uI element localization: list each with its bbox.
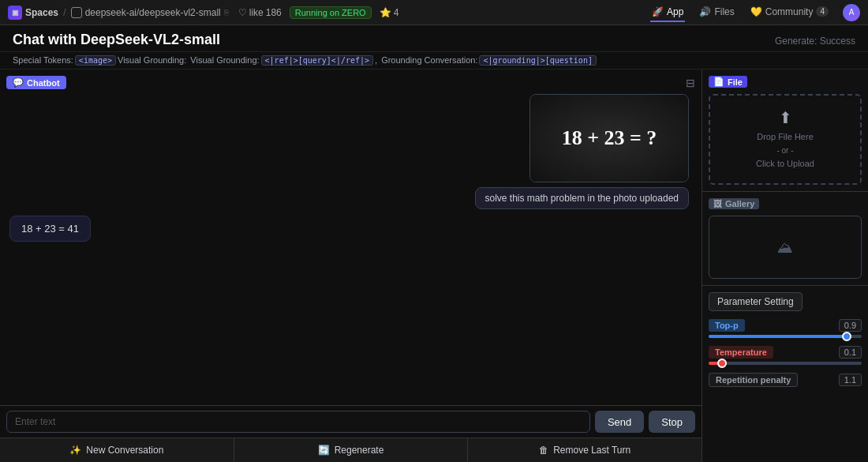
- like-count: 186: [266, 7, 282, 18]
- top-p-slider-fill: [709, 335, 847, 338]
- top-p-label: Top-p: [709, 319, 745, 332]
- file-drop-area[interactable]: ⬆ Drop File Here - or - Click to Upload: [709, 94, 862, 185]
- vg-token: <|ref|>[query]<|/ref|>: [261, 55, 373, 66]
- gallery-label: Gallery: [725, 199, 754, 208]
- chat-messages: 18 + 23 = ? solve this math problem in t…: [6, 94, 695, 399]
- assistant-text: 18 + 23 = 41: [21, 223, 79, 235]
- bottom-buttons: ✨ New Conversation 🔄 Regenerate 🗑 Remove…: [0, 438, 702, 462]
- stop-button[interactable]: Stop: [649, 411, 695, 433]
- chatbot-icon: 💬: [13, 77, 24, 88]
- like-button[interactable]: ♡ like 186: [238, 7, 282, 18]
- repo-icon: [71, 7, 82, 18]
- spaces-logo[interactable]: ▣ Spaces: [8, 6, 58, 20]
- nav-separator: /: [63, 6, 66, 18]
- chatbot-header: 💬 Chatbot ⊟: [6, 76, 695, 89]
- running-badge: Running on ZERO: [290, 6, 372, 19]
- remove-icon: 🗑: [539, 445, 548, 456]
- repetition-penalty-label: Repetition penalty: [709, 373, 798, 387]
- stars-count: ⭐ 4: [380, 7, 399, 18]
- file-label: File: [728, 77, 743, 87]
- page-header: Chat with DeepSeek-VL2-small Generate: S…: [0, 25, 868, 52]
- repetition-label-row: Repetition penalty 1.1: [709, 373, 862, 387]
- temperature-label: Temperature: [709, 346, 773, 359]
- user-text-bubble: solve this math problem in the photo upl…: [475, 187, 690, 209]
- like-label: like: [249, 7, 264, 18]
- share-icon[interactable]: ⊟: [686, 77, 695, 89]
- chatbot-label-text: Chatbot: [27, 78, 60, 88]
- top-p-slider-track[interactable]: [709, 335, 862, 338]
- page-content: Chat with DeepSeek-VL2-small Generate: S…: [0, 25, 868, 462]
- temperature-value: 0.1: [839, 346, 862, 359]
- top-p-label-row: Top-p 0.9: [709, 319, 862, 332]
- tab-app[interactable]: 🚀 App: [650, 3, 685, 22]
- file-badge: 📄 File: [709, 76, 747, 88]
- heart-icon: ♡: [238, 7, 247, 18]
- right-panel: 📄 File ⬆ Drop File Here - or - Click to …: [702, 69, 868, 462]
- math-image: 18 + 23 = ?: [530, 95, 688, 182]
- new-conv-label: New Conversation: [86, 445, 163, 456]
- user-avatar[interactable]: A: [843, 4, 860, 21]
- files-label: Files: [714, 6, 734, 17]
- drop-file-text: Drop File Here - or - Click to Upload: [716, 130, 854, 171]
- file-icon: 📄: [713, 77, 724, 87]
- gallery-content: ⛰: [709, 216, 862, 279]
- user-text: solve this math problem in the photo upl…: [485, 193, 679, 204]
- chat-input[interactable]: [6, 411, 590, 433]
- spaces-icon: ▣: [8, 6, 22, 20]
- app-label: App: [667, 6, 683, 17]
- repo-link[interactable]: deepseek-ai/deepseek-vl2-small ⎘: [71, 7, 229, 18]
- vg-label-text: Visual Grounding:: [188, 55, 259, 66]
- topnav: ▣ Spaces / deepseek-ai/deepseek-vl2-smal…: [0, 0, 868, 25]
- param-section: Parameter Setting Top-p 0.9 Temperat: [702, 286, 868, 462]
- remove-last-turn-button[interactable]: 🗑 Remove Last Turn: [468, 438, 702, 462]
- send-button[interactable]: Send: [595, 411, 644, 433]
- main-area: 💬 Chatbot ⊟ 18 + 23 = ? so: [0, 69, 868, 462]
- assistant-message: 18 + 23 = 41: [6, 216, 695, 242]
- gc-label-text: Grounding Conversation:: [379, 55, 477, 66]
- regen-icon: 🔄: [318, 445, 330, 456]
- gc-comma: ,: [375, 55, 377, 66]
- app-icon: 🚀: [652, 6, 664, 17]
- assistant-bubble: 18 + 23 = 41: [9, 216, 91, 242]
- math-expression: 18 + 23 = ?: [562, 126, 657, 150]
- file-section-header: 📄 File: [709, 76, 862, 88]
- spaces-label: Spaces: [25, 7, 58, 18]
- user-image-bubble: 18 + 23 = ?: [529, 94, 689, 182]
- gallery-placeholder-icon: ⛰: [777, 239, 793, 257]
- temperature-slider-track[interactable]: [709, 362, 862, 365]
- special-tokens-label: Special Tokens:: [13, 55, 73, 66]
- image-token: <image>: [75, 55, 116, 66]
- new-conversation-button[interactable]: ✨ New Conversation: [0, 438, 234, 462]
- upload-icon: ⬆: [716, 108, 854, 127]
- tab-files[interactable]: 🔊 Files: [698, 3, 735, 22]
- click-upload-text: Click to Upload: [716, 157, 854, 171]
- star-icon: ⭐: [380, 7, 391, 18]
- tab-community[interactable]: 💛 Community 4: [749, 3, 830, 22]
- repetition-penalty-value: 1.1: [839, 374, 862, 386]
- new-conv-icon: ✨: [69, 445, 81, 456]
- gallery-section-header: 🖼 Gallery: [709, 198, 862, 209]
- running-label: Running on ZERO: [295, 8, 366, 17]
- gc-token: <|grounding|>[question]: [479, 55, 596, 66]
- generate-status: Generate: Success: [775, 36, 855, 47]
- copy-icon[interactable]: ⎘: [224, 8, 229, 17]
- topnav-right: 🚀 App 🔊 Files 💛 Community 4 A: [650, 3, 860, 22]
- user-message: 18 + 23 = ? solve this math problem in t…: [6, 94, 695, 209]
- regenerate-button[interactable]: 🔄 Regenerate: [234, 438, 469, 462]
- param-header-label: Parameter Setting: [709, 292, 803, 311]
- chatbot-label: 💬 Chatbot: [6, 76, 66, 89]
- community-icon: 💛: [750, 6, 762, 17]
- community-label: Community: [765, 6, 814, 17]
- temperature-slider-thumb[interactable]: [717, 359, 727, 368]
- drop-or-text: - or -: [716, 145, 854, 157]
- stars-value: 4: [394, 7, 399, 18]
- repetition-penalty-group: Repetition penalty 1.1: [709, 373, 862, 387]
- top-p-slider-thumb[interactable]: [842, 332, 851, 341]
- page-title: Chat with DeepSeek-VL2-small: [13, 32, 220, 48]
- temperature-label-row: Temperature 0.1: [709, 346, 862, 359]
- regen-label: Regenerate: [335, 445, 384, 456]
- temperature-group: Temperature 0.1: [709, 346, 862, 365]
- top-p-value: 0.9: [839, 319, 862, 332]
- text-input-row: Send Stop: [0, 405, 702, 438]
- remove-label: Remove Last Turn: [553, 445, 630, 456]
